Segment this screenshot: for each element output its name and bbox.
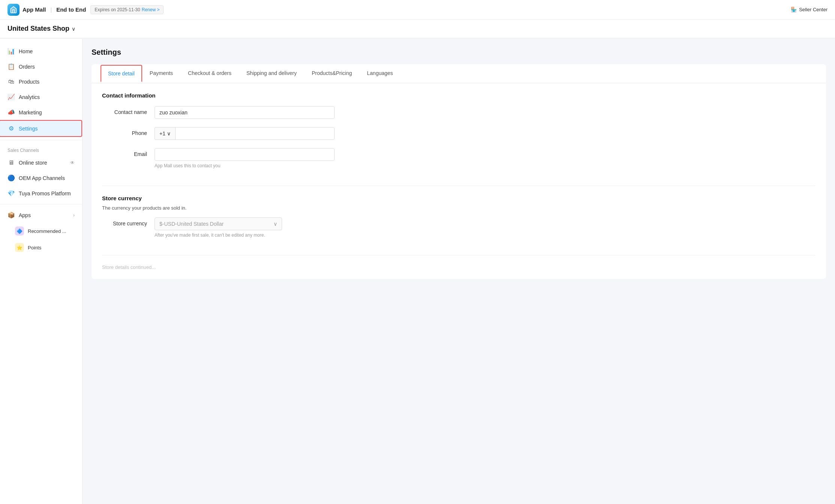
sidebar-item-orders[interactable]: 📋 Orders (0, 59, 82, 74)
currency-section-description: The currency your products are sold in. (102, 205, 815, 211)
sidebar-item-online-store[interactable]: 🖥 Online store 👁 (0, 155, 82, 170)
email-hint: App Mall uses this to contact you (155, 163, 815, 168)
seller-icon: 🏪 (791, 7, 797, 12)
tab-payments[interactable]: Payments (142, 64, 180, 83)
contact-name-input[interactable] (155, 106, 335, 119)
contact-name-row: Contact name (102, 106, 815, 119)
currency-control: $-USD-United States Dollar ∨ After you'v… (155, 218, 815, 238)
shop-selector[interactable]: United States Shop ∨ (0, 20, 835, 38)
sidebar-item-settings[interactable]: ⚙ Settings (0, 120, 82, 137)
sidebar-label-orders: Orders (19, 64, 35, 70)
sales-channels-label: Sales Channels (0, 143, 82, 155)
sidebar-label-marketing: Marketing (19, 110, 42, 116)
sidebar-label-recommended: Recommended ... (28, 228, 66, 234)
expires-badge: Expires on 2025-11-30 Renew > (90, 5, 164, 14)
apps-chevron-icon: › (73, 213, 75, 218)
settings-icon: ⚙ (8, 125, 15, 132)
sidebar-label-settings: Settings (19, 126, 38, 132)
app-logo-icon (8, 4, 20, 16)
main-content: Settings Store detail Payments Checkout … (83, 39, 835, 504)
phone-row: Phone +1 ∨ (102, 127, 815, 140)
logo-area: App Mall | End to End (8, 4, 86, 16)
phone-label: Phone (102, 127, 147, 136)
tab-languages[interactable]: Languages (359, 64, 400, 83)
phone-input-group: +1 ∨ (155, 127, 335, 140)
home-icon: 📊 (8, 48, 15, 55)
recommended-icon: 🔷 (15, 226, 24, 236)
phone-prefix-selector[interactable]: +1 ∨ (155, 127, 175, 140)
currency-chevron-icon: ∨ (273, 221, 277, 227)
logo-separator: | (51, 7, 52, 13)
analytics-icon: 📈 (8, 93, 15, 100)
currency-label: Store currency (102, 218, 147, 226)
sidebar-label-home: Home (19, 48, 33, 54)
currency-row: Store currency $-USD-United States Dolla… (102, 218, 815, 238)
seller-center-label: Seller Center (799, 7, 827, 12)
email-input[interactable] (155, 148, 335, 161)
shop-name: United States Shop (8, 25, 69, 33)
sidebar-label-apps: Apps (19, 212, 31, 218)
points-icon: ⭐ (15, 243, 24, 252)
orders-icon: 📋 (8, 63, 15, 70)
tab-shipping-delivery[interactable]: Shipping and delivery (239, 64, 304, 83)
sidebar-item-home[interactable]: 📊 Home (0, 44, 82, 59)
page-title: Settings (92, 48, 826, 57)
tuya-icon: 💎 (8, 190, 15, 197)
email-control: App Mall uses this to contact you (155, 148, 815, 168)
contact-section-title: Contact information (102, 92, 815, 99)
sidebar-divider-1 (0, 140, 82, 140)
sidebar-item-oem-app[interactable]: 🔵 OEM App Channels (0, 170, 82, 186)
sidebar-label-tuya-promos: Tuya Promos Platform (19, 190, 71, 196)
email-row: Email App Mall uses this to contact you (102, 148, 815, 168)
currency-value: $-USD-United States Dollar (159, 221, 224, 227)
contact-name-control (155, 106, 815, 119)
tab-store-detail[interactable]: Store detail (101, 65, 142, 82)
currency-select: $-USD-United States Dollar ∨ (155, 218, 282, 230)
renew-link[interactable]: Renew > (142, 7, 160, 12)
header-left: App Mall | End to End Expires on 2025-11… (8, 4, 164, 16)
tab-products-pricing[interactable]: Products&Pricing (304, 64, 359, 83)
main-layout: 📊 Home 📋 Orders 🛍 Products 📈 Analytics 📣… (0, 39, 835, 504)
sidebar-label-points: Points (28, 245, 41, 250)
contact-name-label: Contact name (102, 106, 147, 115)
sidebar-sub-recommended[interactable]: 🔷 Recommended ... (0, 223, 82, 239)
more-settings-placeholder: Store details continued... (92, 255, 826, 279)
phone-number-input[interactable] (175, 127, 335, 140)
sidebar-label-products: Products (19, 79, 39, 85)
sidebar-item-analytics[interactable]: 📈 Analytics (0, 89, 82, 105)
sidebar-label-oem-app: OEM App Channels (19, 175, 65, 181)
oem-icon: 🔵 (8, 174, 15, 182)
sidebar-label-online-store: Online store (19, 160, 47, 166)
phone-prefix-chevron-icon: ∨ (167, 130, 171, 136)
sidebar-divider-2 (0, 204, 82, 204)
sidebar: 📊 Home 📋 Orders 🛍 Products 📈 Analytics 📣… (0, 39, 83, 504)
sidebar-item-apps[interactable]: 📦 Apps › (0, 207, 82, 223)
expires-text: Expires on 2025-11-30 (95, 7, 140, 12)
phone-prefix-value: +1 (159, 130, 165, 136)
logo-sub: End to End (56, 6, 86, 13)
logo-text: App Mall (23, 6, 46, 13)
tab-checkout-orders[interactable]: Checkout & orders (180, 64, 239, 83)
eye-icon: 👁 (70, 160, 75, 165)
top-header: App Mall | End to End Expires on 2025-11… (0, 0, 835, 20)
currency-hint: After you've made first sale, it can't b… (155, 232, 815, 238)
currency-section-title: Store currency (102, 195, 815, 201)
settings-card: Store detail Payments Checkout & orders … (92, 64, 826, 279)
sidebar-item-tuya-promos[interactable]: 💎 Tuya Promos Platform (0, 186, 82, 201)
email-label: Email (102, 148, 147, 157)
sidebar-item-marketing[interactable]: 📣 Marketing (0, 105, 82, 120)
contact-section: Contact information Contact name Phone +… (92, 83, 826, 186)
sidebar-item-products[interactable]: 🛍 Products (0, 74, 82, 89)
sidebar-label-analytics: Analytics (19, 94, 40, 100)
online-store-icon: 🖥 (8, 159, 15, 166)
shop-chevron-icon: ∨ (72, 26, 75, 32)
seller-center-button[interactable]: 🏪 Seller Center (791, 7, 827, 12)
products-icon: 🛍 (8, 78, 15, 85)
marketing-icon: 📣 (8, 109, 15, 116)
currency-section: Store currency The currency your product… (92, 186, 826, 255)
sidebar-sub-points[interactable]: ⭐ Points (0, 239, 82, 256)
phone-control: +1 ∨ (155, 127, 815, 140)
tabs-bar: Store detail Payments Checkout & orders … (92, 64, 826, 83)
apps-icon: 📦 (8, 212, 15, 219)
